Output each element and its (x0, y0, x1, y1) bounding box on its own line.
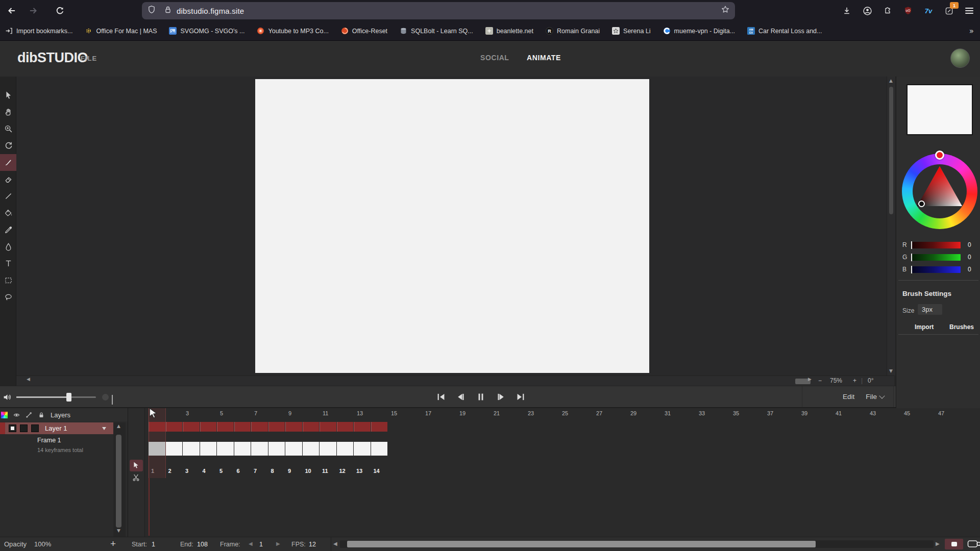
tab-social[interactable]: SOCIAL (480, 54, 509, 62)
bookmark-item[interactable]: Office-Reset (341, 27, 387, 35)
select-tool[interactable] (0, 87, 16, 104)
bookmark-star-icon[interactable] (721, 5, 730, 16)
bookmark-item[interactable]: beanlette.net (485, 27, 533, 35)
bookmark-item[interactable]: SQLBolt - Learn SQ... (400, 27, 473, 35)
pause-button[interactable] (475, 391, 486, 403)
visibility-eye-icon[interactable] (13, 412, 20, 418)
frame-thumbnail[interactable] (337, 442, 354, 456)
hand-tool[interactable] (0, 104, 16, 120)
frame-thumbnail[interactable] (354, 442, 371, 456)
skip-end-button[interactable] (515, 391, 526, 403)
frame-thumbnail[interactable] (217, 442, 234, 456)
keyframe-cell[interactable] (200, 422, 217, 432)
keyframe-cell[interactable] (371, 422, 388, 432)
scroll-down-icon[interactable]: ▼ (117, 529, 120, 533)
speaker-icon[interactable] (3, 393, 12, 404)
scroll-up-icon[interactable]: ▲ (889, 79, 893, 83)
layers-scrollbar[interactable]: ▲ ▼ (113, 422, 126, 537)
frame-number[interactable]: 8 (268, 468, 286, 474)
scroll-left-icon[interactable]: ◀ (333, 541, 337, 546)
paint-bucket-tool[interactable] (0, 205, 16, 221)
brush-size-value[interactable]: 3px (918, 304, 942, 315)
ublock-icon[interactable]: uO (901, 4, 915, 17)
volume-slider[interactable] (16, 396, 96, 398)
bookmark-item[interactable]: Youtube to MP3 Co... (257, 27, 328, 35)
eyedropper-tool[interactable] (0, 221, 16, 238)
camera-icon[interactable] (967, 539, 980, 550)
frame-number[interactable]: 4 (200, 468, 217, 474)
fps-value[interactable]: 12 (309, 541, 316, 548)
timeline-scroll-thumb[interactable] (347, 541, 816, 547)
keyframe-cell[interactable] (320, 422, 336, 432)
lasso-tool[interactable] (0, 289, 16, 306)
frame-number[interactable]: 12 (337, 468, 354, 474)
vertical-scroll-thumb[interactable] (889, 87, 893, 214)
marquee-select-tool[interactable] (0, 272, 16, 289)
line-tool[interactable] (0, 188, 16, 205)
start-value[interactable]: 1 (152, 541, 155, 548)
frame-number[interactable]: 5 (217, 468, 234, 474)
shade-selector[interactable] (918, 201, 925, 207)
slider-handle[interactable] (911, 254, 912, 261)
palette-icon[interactable] (1, 412, 8, 418)
color-wheel[interactable] (902, 154, 977, 229)
edit-menu[interactable]: Edit (843, 393, 854, 400)
frame-forward-button[interactable] (495, 391, 506, 403)
slider-handle[interactable] (911, 266, 912, 273)
menu-hamburger-icon[interactable] (963, 4, 976, 17)
keyframe-cell[interactable] (183, 422, 200, 432)
bookmark-item[interactable]: SVGOMG - SVGO's ... (169, 27, 244, 35)
keyframe-cell[interactable] (337, 422, 354, 432)
download-icon[interactable] (840, 4, 853, 17)
keyframe-cell[interactable] (234, 422, 251, 432)
frame-thumbnail[interactable] (268, 442, 285, 456)
mute-indicator[interactable] (102, 394, 109, 400)
lock-icon[interactable] (38, 412, 44, 418)
frame-thumbnail[interactable] (251, 442, 268, 456)
bookmark-item[interactable]: Import bookmarks... (5, 27, 72, 35)
layer-dropdown-icon[interactable] (102, 427, 106, 430)
frame-next-icon[interactable]: ▶ (276, 541, 280, 546)
extension-badge-icon[interactable]: 1 (942, 4, 955, 17)
reload-button[interactable] (52, 3, 67, 18)
frame-thumbnail[interactable] (234, 442, 251, 456)
bookmark-item[interactable]: RRomain Granai (546, 27, 600, 35)
frame-thumbnail[interactable] (200, 442, 217, 456)
frame-prev-icon[interactable]: ◀ (249, 541, 253, 546)
keyframe-select-tool[interactable] (130, 460, 143, 471)
frame-number[interactable]: 13 (354, 468, 371, 474)
layer-visible-checkbox[interactable] (9, 424, 16, 432)
slider-handle[interactable] (911, 241, 912, 249)
frame-value[interactable]: 1 (259, 541, 263, 548)
frame-number[interactable]: 9 (285, 468, 303, 474)
frame-number[interactable]: 3 (183, 468, 200, 474)
keyframe-cell[interactable] (268, 422, 285, 432)
forward-button[interactable] (26, 3, 41, 18)
frame-number[interactable]: 11 (320, 468, 337, 474)
keyframe-cell[interactable] (149, 422, 165, 432)
frame-thumbnail[interactable] (166, 442, 183, 456)
text-tool[interactable] (0, 255, 16, 272)
collapse-chevron-icon[interactable] (112, 396, 113, 405)
frame-thumbnail[interactable] (285, 442, 302, 456)
sv-triangle[interactable] (913, 164, 967, 218)
bookmarks-overflow-chevron[interactable]: » (969, 27, 973, 36)
frame-number[interactable]: 2 (166, 468, 183, 474)
layers-scroll-thumb[interactable] (116, 435, 121, 528)
scroll-up-icon[interactable]: ▲ (117, 424, 120, 429)
url-bar[interactable]: dibstudio.figma.site (142, 2, 735, 19)
tab-animate[interactable]: ANIMATE (527, 54, 561, 62)
scroll-left-icon[interactable]: ◀ (27, 377, 30, 382)
b-slider[interactable] (911, 266, 961, 273)
end-value[interactable]: 108 (197, 541, 208, 548)
frame-number[interactable]: 6 (234, 468, 252, 474)
opacity-value[interactable]: 100% (34, 540, 51, 548)
scroll-down-icon[interactable]: ▼ (889, 369, 893, 373)
seventv-icon[interactable]: 7v (922, 4, 935, 17)
layer-lock-checkbox[interactable] (31, 424, 39, 432)
r-slider[interactable] (911, 242, 961, 248)
zoom-out-button[interactable]: − (818, 377, 822, 384)
frame-thumbnail[interactable] (320, 442, 336, 456)
frame-number[interactable]: 10 (303, 468, 320, 474)
frame-number[interactable]: 14 (371, 468, 388, 474)
